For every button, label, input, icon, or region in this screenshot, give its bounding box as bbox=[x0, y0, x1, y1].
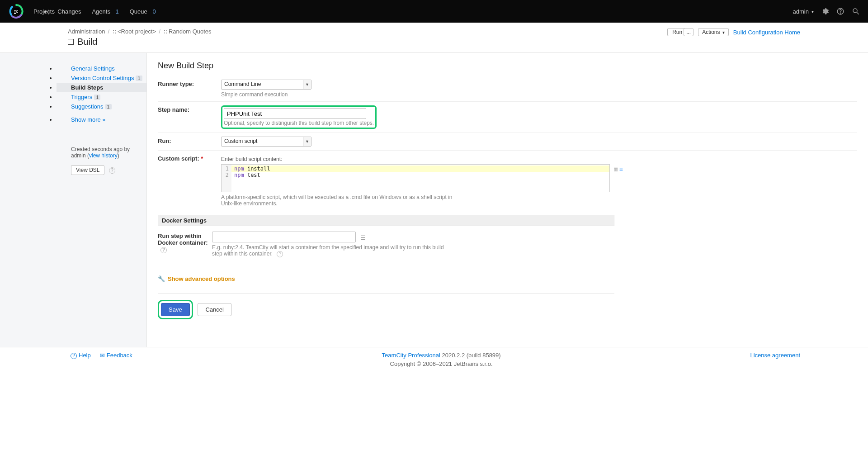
nav-queue[interactable]: Queue 0 bbox=[130, 8, 156, 15]
chevron-down-icon: ▾ bbox=[44, 9, 47, 14]
sidebar-item-label: Build Steps bbox=[71, 84, 104, 91]
svg-line-6 bbox=[857, 12, 859, 14]
actions-menu-button[interactable]: Actions ▾ bbox=[698, 28, 729, 36]
nav-queue-count: 0 bbox=[152, 8, 156, 15]
script-prompt: Enter build script content: bbox=[221, 156, 592, 162]
nav-changes[interactable]: Changes bbox=[57, 8, 81, 15]
bc-root-project[interactable]: <Root project> bbox=[118, 28, 156, 35]
runner-type-value: Command Line bbox=[222, 80, 303, 89]
page-title-text: Build bbox=[77, 37, 97, 47]
footer-license-link[interactable]: License agreement bbox=[750, 352, 800, 359]
docker-hint: E.g. ruby:2.4. TeamCity will start a con… bbox=[212, 244, 447, 257]
run-split-button[interactable]: ... bbox=[684, 28, 693, 36]
docker-container-input[interactable] bbox=[212, 232, 356, 242]
help-icon[interactable]: ? bbox=[277, 251, 283, 257]
sidebar-item-suggestions[interactable]: Suggestions1 bbox=[57, 102, 146, 111]
bc-project[interactable]: Random Quotes bbox=[169, 28, 212, 35]
nav-queue-label: Queue bbox=[130, 8, 147, 15]
runner-type-select[interactable]: Command Line ▼ bbox=[221, 80, 311, 90]
top-nav: TC Projects | ▾ Changes Agents 1 Queue 0… bbox=[0, 0, 868, 23]
sidebar-badge: 1 bbox=[94, 95, 100, 100]
project-grid-icon bbox=[112, 29, 117, 34]
nav-projects[interactable]: Projects | ▾ bbox=[33, 8, 47, 15]
svg-rect-2 bbox=[14, 13, 16, 14]
cancel-button[interactable]: Cancel bbox=[198, 303, 231, 316]
script-editor[interactable]: 12 npm install npm test ▦ ≡ bbox=[221, 164, 610, 192]
sidebar-show-more[interactable]: Show more » bbox=[57, 115, 146, 124]
runner-type-hint: Simple command execution bbox=[221, 91, 592, 98]
sidebar-item-label: Suggestions bbox=[71, 103, 104, 110]
bc-administration[interactable]: Administration bbox=[68, 28, 105, 35]
footer-help-link[interactable]: Help bbox=[79, 352, 91, 359]
chevron-down-icon: ▼ bbox=[303, 137, 311, 146]
custom-script-label: Custom script: * bbox=[158, 154, 221, 162]
page-title: Build bbox=[68, 37, 212, 47]
content: New Build Step Runner type: Command Line… bbox=[147, 53, 868, 347]
sidebar: General Settings Version Control Setting… bbox=[0, 53, 147, 347]
step-name-input[interactable] bbox=[224, 108, 366, 119]
chevron-down-icon: ▼ bbox=[303, 80, 311, 89]
script-hint: A platform-specific script, which will b… bbox=[221, 194, 456, 207]
chevron-down-icon: ▾ bbox=[811, 9, 814, 14]
run-label: Run: bbox=[158, 137, 221, 144]
editor-tool-icon[interactable]: ▦ bbox=[614, 166, 618, 172]
docker-container-label: Run step within Docker container: ? bbox=[158, 232, 212, 253]
chevron-down-icon: ▾ bbox=[722, 30, 725, 35]
head-actions: Run... Actions ▾ Build Configuration Hom… bbox=[667, 28, 800, 36]
sidebar-item-triggers[interactable]: Triggers1 bbox=[57, 92, 146, 102]
sidebar-badge: 1 bbox=[136, 76, 142, 81]
content-heading: New Build Step bbox=[158, 61, 857, 71]
help-icon[interactable] bbox=[836, 7, 844, 15]
search-icon[interactable] bbox=[852, 7, 860, 15]
sidebar-item-vcs[interactable]: Version Control Settings1 bbox=[57, 73, 146, 83]
help-icon[interactable]: ? bbox=[109, 167, 115, 174]
variable-picker-icon[interactable]: ☰ bbox=[360, 234, 366, 241]
sidebar-badge: 1 bbox=[105, 104, 112, 109]
editor-gutter: 12 bbox=[222, 165, 231, 192]
footer-feedback-link[interactable]: Feedback bbox=[107, 352, 132, 359]
editor-toolbar: ▦ ≡ bbox=[614, 166, 623, 172]
show-advanced-link[interactable]: 🔧 Show advanced options bbox=[158, 275, 235, 282]
nav-agents[interactable]: Agents 1 bbox=[92, 8, 118, 15]
breadcrumb: Administration / <Root project> / Random… bbox=[68, 28, 212, 35]
save-button[interactable]: Save bbox=[161, 303, 190, 316]
footer-product-link[interactable]: TeamCity Professional bbox=[382, 352, 440, 359]
help-icon: ? bbox=[71, 353, 77, 359]
nav-agents-label: Agents bbox=[92, 8, 110, 15]
project-grid-icon bbox=[163, 29, 168, 34]
teamcity-logo[interactable]: TC bbox=[8, 3, 24, 19]
view-history-link[interactable]: view history bbox=[89, 152, 118, 159]
footer-version: 2020.2.2 (build 85899) bbox=[440, 352, 501, 359]
view-dsl-button[interactable]: View DSL bbox=[71, 165, 104, 175]
footer: ?Help ✉Feedback TeamCity Professional 20… bbox=[0, 347, 868, 372]
save-highlight: Save bbox=[158, 300, 193, 319]
sidebar-item-label: Version Control Settings bbox=[71, 75, 134, 81]
divider bbox=[158, 293, 614, 294]
footer-copyright: Copyright © 2006–2021 JetBrains s.r.o. bbox=[132, 360, 750, 367]
editor-code: npm install npm test bbox=[231, 165, 609, 192]
sidebar-item-label: Show more » bbox=[71, 116, 106, 123]
runner-type-label: Runner type: bbox=[158, 80, 221, 87]
sidebar-item-general[interactable]: General Settings bbox=[57, 64, 146, 73]
created-meta: Created seconds ago by admin (view histo… bbox=[71, 146, 137, 159]
sidebar-item-label: General Settings bbox=[71, 65, 115, 72]
build-config-home-link[interactable]: Build Configuration Home bbox=[733, 29, 800, 36]
nav-user-menu[interactable]: admin▾ bbox=[793, 8, 814, 15]
run-value: Custom script bbox=[222, 137, 303, 146]
wrench-icon: 🔧 bbox=[158, 275, 165, 282]
sidebar-item-build-steps[interactable]: Build Steps bbox=[57, 83, 146, 92]
step-name-highlight: Optional, specify to distinguish this bu… bbox=[221, 105, 377, 129]
show-advanced-label: Show advanced options bbox=[168, 275, 235, 282]
docker-section-header: Docker Settings bbox=[158, 215, 614, 226]
run-select[interactable]: Custom script ▼ bbox=[221, 137, 311, 147]
step-name-hint: Optional, specify to distinguish this bu… bbox=[224, 120, 374, 126]
svg-point-5 bbox=[853, 9, 857, 13]
envelope-icon: ✉ bbox=[100, 352, 105, 359]
nav-user-label: admin bbox=[793, 8, 809, 15]
gear-icon[interactable] bbox=[821, 7, 829, 15]
help-icon[interactable]: ? bbox=[160, 247, 167, 253]
svg-text:TC: TC bbox=[14, 10, 18, 13]
sidebar-item-label: Triggers bbox=[71, 94, 92, 100]
svg-point-4 bbox=[840, 13, 840, 13]
editor-tool-icon[interactable]: ≡ bbox=[619, 166, 623, 172]
